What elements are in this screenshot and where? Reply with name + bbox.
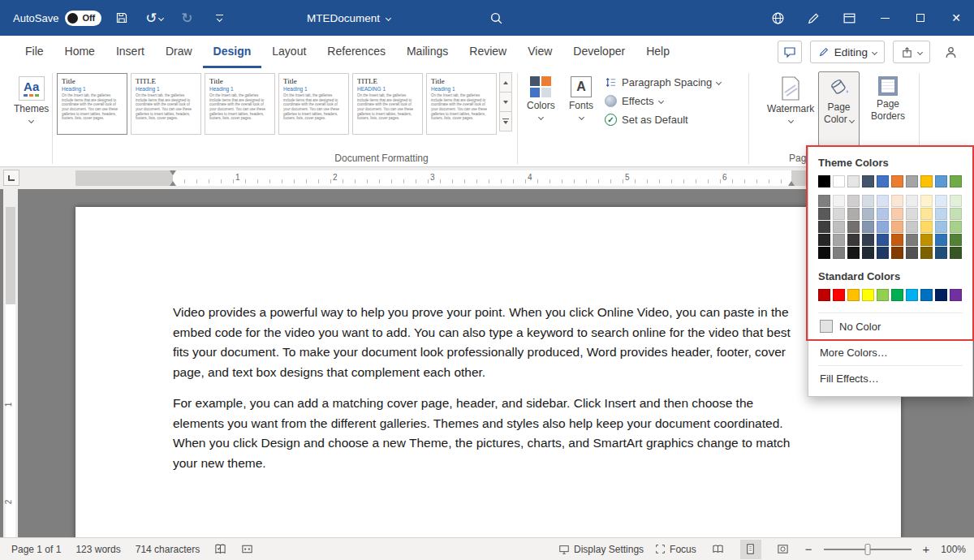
theme-shade-c2-r1[interactable] <box>833 195 845 207</box>
paragraph-spacing-button[interactable]: Paragraph Spacing <box>605 76 721 88</box>
document-text[interactable]: Video provides a powerful way to help yo… <box>173 303 795 474</box>
left-indent-marker[interactable] <box>170 181 176 186</box>
standard-color-5[interactable] <box>877 289 889 301</box>
theme-color-1[interactable] <box>818 175 830 187</box>
theme-color-6[interactable] <box>891 175 903 187</box>
macro-recording-button[interactable] <box>241 543 253 555</box>
theme-shade-c10-r5[interactable] <box>950 247 962 259</box>
tab-view[interactable]: View <box>517 36 562 68</box>
tab-file[interactable]: File <box>15 36 54 68</box>
theme-shade-c6-r5[interactable] <box>891 247 903 259</box>
minimize-button[interactable] <box>867 0 903 36</box>
theme-shade-c7-r5[interactable] <box>906 247 918 259</box>
theme-shade-c3-r5[interactable] <box>847 247 860 259</box>
theme-shade-c4-r2[interactable] <box>862 208 874 220</box>
share-button[interactable] <box>893 41 930 63</box>
theme-shade-c5-r4[interactable] <box>877 234 889 246</box>
print-layout-view-button[interactable] <box>740 540 761 559</box>
character-count[interactable]: 714 characters <box>136 544 200 555</box>
theme-shade-c5-r3[interactable] <box>877 221 889 233</box>
standard-color-6[interactable] <box>891 289 903 301</box>
theme-color-9[interactable] <box>935 175 947 187</box>
save-button[interactable] <box>110 6 134 30</box>
tab-references[interactable]: References <box>317 36 396 68</box>
editing-mode-dropdown[interactable]: Editing <box>810 41 885 63</box>
theme-shade-c2-r2[interactable] <box>833 208 845 220</box>
document-title-dropdown[interactable]: MTEDocument <box>307 0 390 36</box>
zoom-out-button[interactable]: − <box>805 543 812 555</box>
theme-color-10[interactable] <box>950 175 962 187</box>
style-set-3[interactable]: TitleHeading 1On the Insert tab, the gal… <box>205 73 275 135</box>
tab-layout[interactable]: Layout <box>261 36 317 68</box>
no-color-item[interactable]: No Color <box>818 312 963 339</box>
display-settings-button[interactable]: Display Settings <box>558 544 644 555</box>
theme-shade-c1-r1[interactable] <box>818 195 830 207</box>
document-page[interactable]: Video provides a powerful way to help yo… <box>75 207 901 541</box>
vertical-ruler[interactable]: 12 <box>3 189 18 537</box>
theme-shade-c6-r4[interactable] <box>891 234 903 246</box>
theme-shade-c6-r1[interactable] <box>891 195 903 207</box>
set-as-default-button[interactable]: ✓ Set as Default <box>605 114 721 126</box>
theme-shade-c3-r4[interactable] <box>847 234 860 246</box>
accessibility-button[interactable] <box>760 0 795 36</box>
zoom-slider-thumb[interactable] <box>864 544 870 555</box>
theme-shade-c7-r3[interactable] <box>906 221 918 233</box>
theme-color-8[interactable] <box>920 175 933 187</box>
word-count[interactable]: 123 words <box>75 544 120 555</box>
theme-shade-c9-r2[interactable] <box>935 208 947 220</box>
autosave-toggle[interactable]: AutoSave Off <box>13 11 101 26</box>
read-mode-view-button[interactable] <box>708 540 729 559</box>
theme-shade-c9-r1[interactable] <box>935 195 947 207</box>
theme-shade-c8-r1[interactable] <box>920 195 933 207</box>
fill-effects-item[interactable]: Fill Effects… <box>818 365 963 391</box>
tab-home[interactable]: Home <box>54 36 106 68</box>
effects-button[interactable]: Effects <box>605 95 721 107</box>
theme-shade-c5-r1[interactable] <box>877 195 889 207</box>
tab-insert[interactable]: Insert <box>106 36 155 68</box>
paragraph-1[interactable]: Video provides a powerful way to help yo… <box>173 303 795 382</box>
style-set-4[interactable]: TitleHeading 1On the Insert tab, the gal… <box>278 73 349 135</box>
autosave-switch[interactable]: Off <box>65 11 101 26</box>
tab-review[interactable]: Review <box>459 36 517 68</box>
redo-button[interactable]: ↻ <box>175 6 199 30</box>
gallery-scroll-up-button[interactable] <box>499 72 512 93</box>
gallery-more-button[interactable] <box>499 111 512 131</box>
theme-shade-c3-r2[interactable] <box>847 208 860 220</box>
page-indicator[interactable]: Page 1 of 1 <box>11 544 61 555</box>
comments-button[interactable] <box>778 41 802 63</box>
search-button[interactable] <box>484 6 508 30</box>
standard-color-1[interactable] <box>818 289 830 301</box>
style-set-1[interactable]: TitleHeading 1On the Insert tab, the gal… <box>57 73 127 135</box>
undo-button[interactable]: ↺ <box>142 6 166 30</box>
theme-shade-c8-r3[interactable] <box>920 221 933 233</box>
tab-developer[interactable]: Developer <box>562 36 636 68</box>
theme-color-3[interactable] <box>847 175 860 187</box>
theme-shade-c8-r2[interactable] <box>920 208 933 220</box>
web-layout-view-button[interactable] <box>773 540 794 559</box>
page-color-button[interactable]: Page Color <box>818 71 860 146</box>
theme-shade-c8-r4[interactable] <box>920 234 933 246</box>
theme-shade-c2-r4[interactable] <box>833 234 845 246</box>
theme-shade-c10-r1[interactable] <box>950 195 962 207</box>
theme-color-4[interactable] <box>862 175 874 187</box>
ribbon-display-options-button[interactable] <box>831 0 867 36</box>
page-borders-button[interactable]: Page Borders <box>865 71 911 146</box>
theme-shade-c1-r3[interactable] <box>818 221 830 233</box>
inking-button[interactable] <box>795 0 831 36</box>
theme-shade-c4-r3[interactable] <box>862 221 874 233</box>
themes-button[interactable]: Aa Themes <box>8 71 54 146</box>
fonts-button[interactable]: A Fonts <box>563 71 599 146</box>
theme-shade-c4-r4[interactable] <box>862 234 874 246</box>
theme-shade-c1-r5[interactable] <box>818 247 830 259</box>
theme-shade-c4-r5[interactable] <box>862 247 874 259</box>
standard-color-2[interactable] <box>833 289 845 301</box>
style-set-2[interactable]: TITLEHeading 1On the Insert tab, the gal… <box>131 73 201 135</box>
theme-shade-c3-r1[interactable] <box>847 195 860 207</box>
close-button[interactable]: ✕ <box>938 0 974 36</box>
theme-shade-c10-r4[interactable] <box>950 234 962 246</box>
zoom-in-button[interactable]: + <box>923 543 930 555</box>
watermark-button[interactable]: Watermark <box>761 71 820 146</box>
theme-shade-c10-r2[interactable] <box>950 208 962 220</box>
colors-button[interactable]: Colors <box>521 71 561 146</box>
zoom-slider[interactable] <box>824 549 912 550</box>
